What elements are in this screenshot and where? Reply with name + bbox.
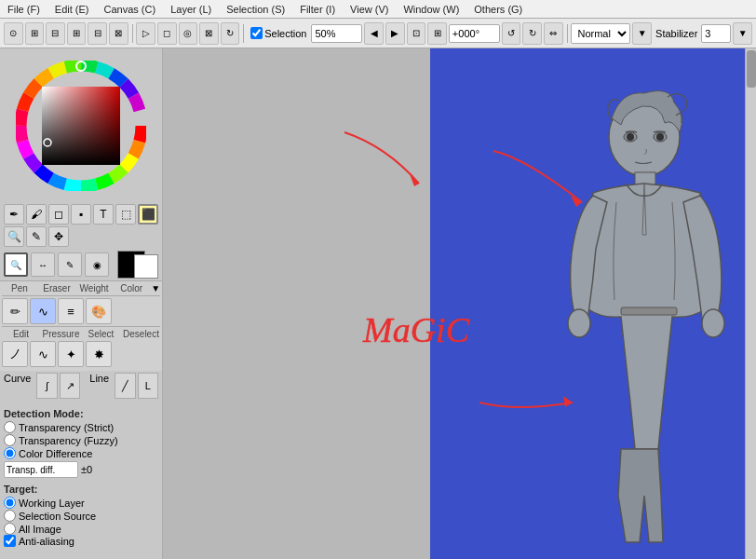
sub-icon-star[interactable]: ✸ (86, 341, 112, 367)
stabilizer-input[interactable] (701, 24, 731, 43)
tool-eyedrop[interactable]: ✎ (26, 226, 47, 247)
curve-btn-2[interactable]: ↗ (60, 373, 80, 399)
scrollbar-vertical[interactable] (745, 48, 756, 559)
rotation-input[interactable] (449, 24, 500, 43)
anti-aliasing-checkbox[interactable] (4, 535, 16, 547)
radio-input-strict[interactable] (4, 421, 16, 433)
radio-all-image[interactable]: All Image (4, 523, 158, 535)
sub-label-pressure: Pressure (42, 329, 80, 339)
blend-mode-extra[interactable]: ▼ (632, 22, 652, 45)
tool-magic-select[interactable]: ⬛ (138, 204, 158, 225)
sub-icon-stroke[interactable]: ノ (2, 341, 28, 367)
toolbar-btn-8[interactable]: ◎ (179, 22, 198, 45)
zoom-fit-btn[interactable]: ⊡ (407, 22, 426, 45)
toolbar-btn-3[interactable]: ⊟ (46, 22, 65, 45)
blend-mode-dropdown[interactable]: Normal Multiply Screen Overlay (571, 23, 630, 44)
sub-icon-sparkle[interactable]: ✦ (58, 341, 84, 367)
svg-marker-34 (410, 174, 419, 186)
mini-btn-3[interactable]: ✎ (58, 252, 82, 277)
mini-btn-1[interactable]: 🔍 (4, 252, 28, 277)
flip-btn[interactable]: ⇔ (544, 22, 563, 45)
zoom-input[interactable] (311, 24, 362, 43)
tool-move[interactable]: ✥ (48, 226, 69, 247)
radio-label-selection-source: Selection Source (19, 511, 96, 522)
svg-rect-24 (42, 87, 120, 165)
menu-filter[interactable]: Filter (I) (296, 2, 339, 17)
menu-canvas[interactable]: Canvas (C) (101, 2, 160, 17)
menu-selection[interactable]: Selection (S) (223, 2, 289, 17)
transp-diff-row: ±0 (4, 461, 158, 478)
menu-layer[interactable]: Layer (L) (167, 2, 215, 17)
menu-file[interactable]: File (F) (4, 2, 44, 17)
toolbar-btn-9[interactable]: ⊠ (199, 22, 219, 45)
rotation-up-btn[interactable]: ↻ (522, 22, 542, 45)
anti-aliasing-checkbox-group[interactable]: Anti-aliasing (4, 535, 158, 547)
toolbar-separator-2 (243, 24, 244, 43)
radio-label-colordiff: Color Difference (19, 448, 92, 459)
tool-zoom[interactable]: 🔍 (4, 226, 24, 247)
radio-input-fuzzy[interactable] (4, 434, 16, 446)
tool-select[interactable]: ⬚ (115, 204, 136, 225)
stabilizer-label: Stabilizer (655, 28, 697, 39)
toolbar-btn-4[interactable]: ⊞ (67, 22, 87, 45)
character-svg (430, 48, 756, 559)
radio-transparency-fuzzy[interactable]: Transparency (Fuzzy) (4, 434, 158, 446)
radio-input-all-image[interactable] (4, 523, 16, 535)
sub-icon-pressure[interactable]: ∿ (30, 298, 56, 324)
toolbar-btn-5[interactable]: ⊟ (88, 22, 107, 45)
canvas-area[interactable]: MaGiC (163, 48, 756, 559)
sub-icon-wave[interactable]: ∿ (30, 341, 56, 367)
tool-brush[interactable]: 🖌 (26, 204, 47, 225)
tool-text[interactable]: T (93, 204, 114, 225)
radio-color-difference[interactable]: Color Difference (4, 447, 158, 459)
color-wheel[interactable] (16, 61, 146, 191)
tool-eraser[interactable]: ◻ (48, 204, 69, 225)
sub-tools-panel: Pen Eraser Weight Color ▼ ✏ ∿ ≡ 🎨 Edit P… (0, 280, 162, 371)
sub-icon-lines[interactable]: ≡ (58, 298, 84, 324)
selection-checkbox[interactable] (250, 27, 263, 39)
menu-edit[interactable]: Edit (E) (51, 2, 93, 17)
toolbar-btn-10[interactable]: ↻ (221, 22, 240, 45)
tool-pen[interactable]: ✒ (4, 204, 24, 225)
toolbar-btn-7[interactable]: ◻ (157, 22, 177, 45)
sub-icon-palette[interactable]: 🎨 (86, 298, 112, 324)
toolbar-btn-2[interactable]: ⊞ (25, 22, 45, 45)
line-btn-2[interactable]: L (138, 373, 158, 399)
radio-working-layer[interactable]: Working Layer (4, 497, 158, 509)
sub-tool-sep-2 (2, 326, 160, 327)
menu-others[interactable]: Others (G) (470, 2, 526, 17)
tool-fill[interactable]: ▪ (71, 204, 91, 225)
line-btn-1[interactable]: ╱ (115, 373, 135, 399)
mini-tools: 🔍 ↔ ✎ ◉ (0, 249, 162, 280)
sub-tool-icons-row-1: ✏ ∿ ≡ 🎨 (2, 298, 160, 324)
line-label: Line (89, 373, 109, 399)
curve-btn-1[interactable]: ∫ (36, 373, 57, 399)
zoom-100-btn[interactable]: ⊞ (427, 22, 447, 45)
mini-btn-4[interactable]: ◉ (85, 252, 109, 277)
sub-tool-scroll-arrow[interactable]: ▼ (151, 283, 160, 293)
toolbar-btn-arrow[interactable]: ▷ (136, 22, 155, 45)
sub-label-select: Select (82, 329, 120, 339)
menu-window[interactable]: Window (W) (399, 2, 463, 17)
toolbar-btn-1[interactable]: ⊙ (4, 22, 23, 45)
radio-label-fuzzy: Transparency (Fuzzy) (19, 435, 118, 446)
radio-input-selection-source[interactable] (4, 510, 16, 522)
sub-icon-edit[interactable]: ✏ (2, 298, 28, 324)
color-swatch-bg[interactable] (134, 254, 158, 279)
radio-input-working-layer[interactable] (4, 497, 16, 509)
scroll-thumb[interactable] (747, 50, 756, 88)
sub-label-deselect: Deselect (122, 329, 160, 339)
transp-diff-input[interactable] (4, 461, 78, 478)
radio-selection-source[interactable]: Selection Source (4, 510, 158, 522)
zoom-down-btn[interactable]: ◀ (364, 22, 384, 45)
stabilizer-dropdown-btn[interactable]: ▼ (733, 22, 752, 45)
menu-view[interactable]: View (V) (346, 2, 392, 17)
toolbar-btn-6[interactable]: ⊠ (109, 22, 128, 45)
zoom-up-btn[interactable]: ▶ (385, 22, 405, 45)
radio-transparency-strict[interactable]: Transparency (Strict) (4, 421, 158, 433)
rotation-down-btn[interactable]: ↺ (502, 22, 521, 45)
mini-btn-2[interactable]: ↔ (31, 252, 55, 277)
curve-line-row: Curve ∫ ↗ Line ╱ L (0, 371, 162, 401)
radio-input-colordiff[interactable] (4, 447, 16, 459)
tool-row: ✒ 🖌 ◻ ▪ T ⬚ ⬛ 🔍 ✎ ✥ (0, 202, 162, 249)
